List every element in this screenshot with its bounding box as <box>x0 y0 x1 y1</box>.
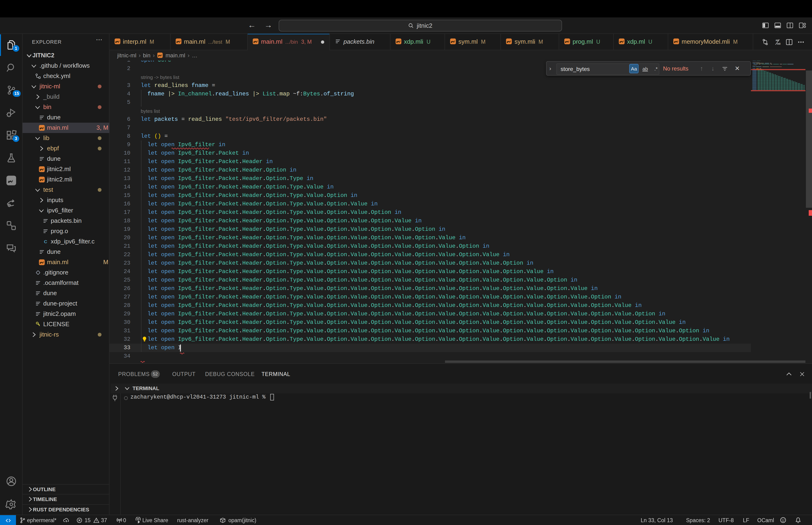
svg-text:C: C <box>44 239 47 244</box>
svg-text:mli: mli <box>777 43 780 45</box>
